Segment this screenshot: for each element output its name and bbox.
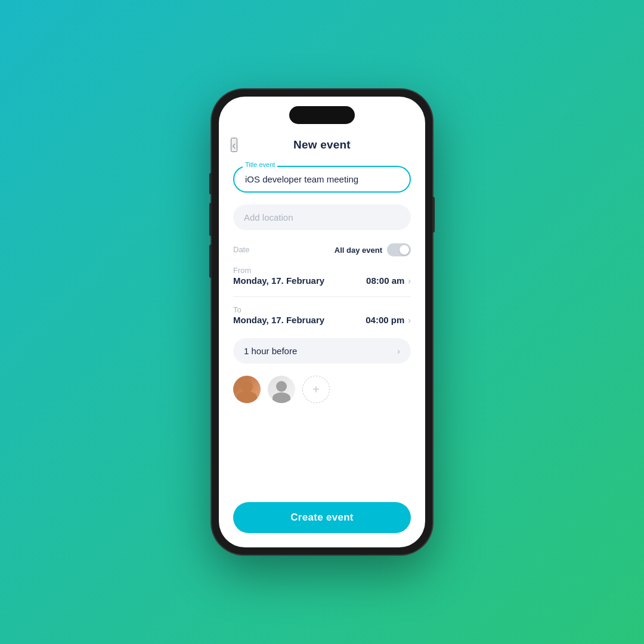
from-section: From Monday, 17. February 08:00 am › [233,265,411,288]
all-day-label: All day event [335,246,382,255]
create-event-button[interactable]: Create event [233,502,411,533]
from-time-value: 08:00 am [366,275,404,286]
back-button[interactable]: ‹ [231,138,237,152]
reminder-text: 1 hour before [244,346,297,356]
reminder-button[interactable]: 1 hour before › [233,338,411,364]
phone-frame: ‹ New event Title event Add location Dat… [212,89,432,555]
to-chevron-icon: › [408,315,411,325]
location-placeholder-text: Add location [244,212,293,222]
to-date-value: Monday, 17. February [233,315,324,325]
reminder-chevron-icon: › [397,346,400,356]
divider-1 [233,296,411,297]
title-input[interactable] [233,166,411,193]
power-button [432,197,435,233]
header: ‹ New event [219,131,425,161]
from-chevron-icon: › [408,276,411,286]
attendee-avatar-2[interactable] [268,376,295,403]
title-field-label: Title event [243,161,277,168]
phone-screen: ‹ New event Title event Add location Dat… [219,97,425,547]
from-date-info: Monday, 17. February 08:00 am [233,275,404,286]
attendee-avatar-1[interactable] [233,376,261,403]
dynamic-island [289,106,355,124]
mute-button [209,173,212,194]
title-field-wrapper: Title event [233,166,411,193]
plus-icon: + [312,383,320,395]
from-label: From [233,266,251,275]
to-label: To [233,305,242,314]
from-date-row[interactable]: Monday, 17. February 08:00 am › [233,275,411,286]
all-day-toggle[interactable] [387,243,411,256]
screen-content: ‹ New event Title event Add location Dat… [219,97,425,547]
to-time-value: 04:00 pm [366,315,404,325]
attendees-row: + [233,376,411,403]
to-section: To Monday, 17. February 04:00 pm › [233,304,411,327]
from-date-value: Monday, 17. February [233,275,324,286]
volume-down-button [209,244,212,278]
create-button-wrapper: Create event [219,502,425,547]
date-section-label: Date [233,245,249,254]
volume-up-button [209,203,212,236]
all-day-toggle-group: All day event [335,243,411,256]
to-date-row[interactable]: Monday, 17. February 04:00 pm › [233,315,411,325]
add-attendee-button[interactable]: + [302,376,330,403]
form-content: Title event Add location Date All day ev… [219,161,425,502]
to-date-info: Monday, 17. February 04:00 pm [233,315,404,325]
page-title: New event [293,138,351,151]
toggle-thumb [400,245,409,255]
date-header: Date All day event [233,243,411,256]
location-button[interactable]: Add location [233,205,411,230]
